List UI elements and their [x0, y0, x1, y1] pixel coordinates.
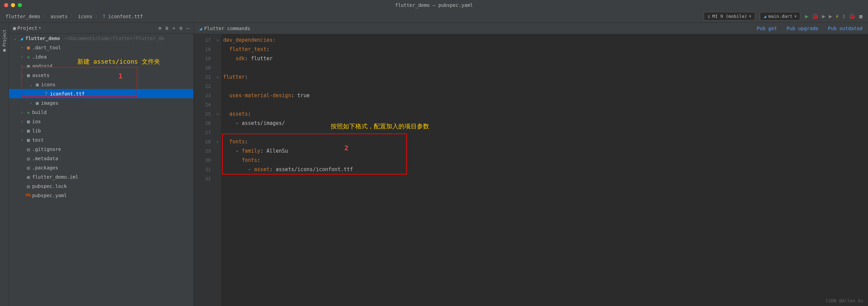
file-icon: ▤ [25, 165, 32, 170]
breadcrumb-project[interactable]: flutter_demo [5, 14, 40, 19]
project-side-tab[interactable]: ▣ Project [2, 29, 7, 53]
device-selector[interactable]: ▯ MI 9 (mobile) ▼ [704, 12, 755, 21]
fold-icon[interactable]: ⊖ [214, 110, 221, 119]
editor-toolbar: ◢ Flutter commands Pub get Pub upgrade P… [194, 23, 868, 34]
folder-icon: ■ [25, 73, 32, 78]
fold-icon[interactable]: ⊖ [214, 137, 221, 146]
file-icon: ▤ [25, 146, 32, 152]
tree-folder-ios[interactable]: › ■ ios [9, 117, 193, 126]
chevron-right-icon: 〉 [69, 13, 77, 20]
tree-root-label: flutter_demo [25, 36, 60, 41]
tree-folder-build[interactable]: › ❋ build [9, 107, 193, 117]
window-title: flutter_demo – pubspec.yaml [395, 2, 473, 8]
chevron-right-icon: › [19, 119, 25, 124]
tree-file-packages[interactable]: ▤ .packages [9, 163, 193, 172]
breadcrumb: flutter_demo 〉 assets 〉 icons 〉 T iconfo… [5, 13, 143, 20]
chevron-down-icon: ▼ [749, 14, 751, 18]
code-area[interactable]: dev_dependencies: flutter_test: sdk: flu… [221, 34, 868, 306]
tree-file-metadata[interactable]: ▤ .metadata [9, 154, 193, 163]
breadcrumb-assets[interactable]: assets [50, 14, 68, 19]
collapse-all-icon[interactable]: ÷ [173, 25, 175, 31]
debug-icon[interactable]: 🐞 [812, 13, 819, 20]
folder-icon: ■ [34, 100, 41, 106]
hide-panel-icon[interactable]: — [187, 25, 189, 31]
pub-get-link[interactable]: Pub get [757, 26, 777, 31]
flutter-icon: ◢ [18, 36, 25, 41]
project-panel-tools: ⊕ ≣ ÷ ⚙ — [158, 25, 189, 31]
chevron-right-icon: › [19, 138, 25, 142]
pub-outdated-link[interactable]: Pub outdated [828, 26, 863, 31]
tree-root-path: ~/Documents/Code/flutter/flutter_de [63, 36, 164, 41]
close-window-button[interactable] [4, 3, 8, 7]
flutter-icon: ◢ [199, 26, 202, 31]
tree-folder-idea[interactable]: › ❋ .idea [9, 52, 193, 61]
toolbar-right: ▯ MI 9 (mobile) ▼ ◢ main.dart ▼ ▶ 🐞 ▶ ▶ … [704, 12, 863, 21]
inspect-icon[interactable]: ▯ [842, 13, 846, 20]
line-gutter: 17 18 19 20 21 22 23 24 25 26 27 28 29 3… [194, 34, 214, 306]
folder-icon: ❋ [25, 54, 32, 60]
breadcrumb-icons[interactable]: icons [78, 14, 92, 19]
editor-content[interactable]: 17 18 19 20 21 22 23 24 25 26 27 28 29 3… [194, 34, 868, 306]
expand-all-icon[interactable]: ≣ [165, 25, 168, 31]
project-panel-title[interactable]: ▣ Project ▼ [13, 25, 41, 31]
chevron-down-icon: ▼ [39, 26, 41, 30]
tree-folder-lib[interactable]: › ■ lib [9, 126, 193, 135]
tree-file-gitignore[interactable]: ▤ .gitignore [9, 144, 193, 154]
run-config-selector[interactable]: ◢ main.dart ▼ [760, 12, 800, 21]
maximize-window-button[interactable] [18, 3, 22, 7]
folder-icon: ❋ [25, 110, 32, 115]
gear-icon[interactable]: ⚙ [179, 25, 182, 31]
fold-icon[interactable]: ⊖ [214, 73, 221, 82]
folder-icon: ■ [34, 82, 41, 87]
fold-icon[interactable]: ⊖ [214, 36, 221, 45]
tree-folder-images[interactable]: › ■ images [9, 98, 193, 107]
run-icon[interactable]: ▶ [805, 13, 808, 20]
minimize-window-button[interactable] [11, 3, 15, 7]
chevron-right-icon: › [19, 45, 25, 50]
chevron-down-icon: ⌄ [19, 73, 25, 78]
folder-icon: ■ [25, 137, 32, 143]
pub-commands: Pub get Pub upgrade Pub outdated [757, 26, 863, 31]
tree-folder-icons[interactable]: ⌄ ■ icons [9, 80, 193, 89]
tree-file-pubspec-lock[interactable]: ▤ pubspec.lock [9, 181, 193, 191]
chevron-right-icon: 〉 [41, 13, 49, 20]
hot-reload-icon[interactable]: ⚡ [835, 13, 839, 20]
tree-file-iml[interactable]: ▣ flutter_demo.iml [9, 172, 193, 181]
chevron-right-icon: › [19, 110, 25, 115]
tree-root[interactable]: ⌄ ◢ flutter_demo ~/Documents/Code/flutte… [9, 34, 193, 43]
attach-icon[interactable]: ▶ [829, 13, 832, 20]
stop-icon[interactable]: ■ [859, 13, 863, 20]
tree-folder-test[interactable]: › ■ test [9, 135, 193, 144]
project-tree[interactable]: ⌄ ◢ flutter_demo ~/Documents/Code/flutte… [9, 34, 193, 306]
toolbar-actions: ▶ 🐞 ▶ ▶ ⚡ ▯ 🐞 ■ [805, 13, 863, 20]
project-panel-icon: ▣ [13, 25, 16, 31]
folder-icon: ■ [25, 63, 32, 69]
project-tab-icon: ▣ [2, 48, 7, 53]
bug-icon[interactable]: 🐞 [849, 13, 856, 20]
tree-folder-assets[interactable]: ⌄ ■ assets [9, 71, 193, 80]
run-config-label: main.dart [768, 14, 792, 19]
tree-file-pubspec-yaml[interactable]: YML pubspec.yaml [9, 191, 193, 200]
file-icon: ▤ [25, 183, 32, 189]
device-label: MI 9 (mobile) [712, 14, 747, 19]
chevron-down-icon: ⌄ [28, 82, 34, 87]
project-panel: ▣ Project ▼ ⊕ ≣ ÷ ⚙ — ⌄ ◢ flutter_demo ~… [9, 23, 194, 306]
folder-icon: ■ [25, 119, 32, 124]
font-file-icon: T [103, 14, 105, 19]
tree-file-iconfont[interactable]: T iconfont.ttf [9, 89, 193, 98]
chevron-down-icon: ⌄ [12, 36, 18, 41]
fold-gutter: ⊖ ⊖ ⊖ ⊖ [214, 34, 221, 306]
select-open-file-icon[interactable]: ⊕ [158, 25, 161, 31]
iml-icon: ▣ [25, 174, 32, 180]
project-panel-header: ▣ Project ▼ ⊕ ≣ ÷ ⚙ — [9, 23, 193, 34]
coverage-icon[interactable]: ▶ [822, 13, 826, 20]
editor-area: ◢ Flutter commands Pub get Pub upgrade P… [194, 23, 868, 306]
breadcrumb-file[interactable]: iconfont.ttf [108, 14, 143, 19]
flutter-icon: ◢ [764, 14, 766, 19]
pub-upgrade-link[interactable]: Pub upgrade [787, 26, 818, 31]
titlebar: flutter_demo – pubspec.yaml [0, 0, 868, 10]
chevron-down-icon: ▼ [794, 14, 796, 18]
chevron-right-icon: › [19, 64, 25, 68]
tree-folder-android[interactable]: › ■ android [9, 61, 193, 71]
tree-folder-dart-tool[interactable]: › ■ .dart_tool [9, 43, 193, 52]
